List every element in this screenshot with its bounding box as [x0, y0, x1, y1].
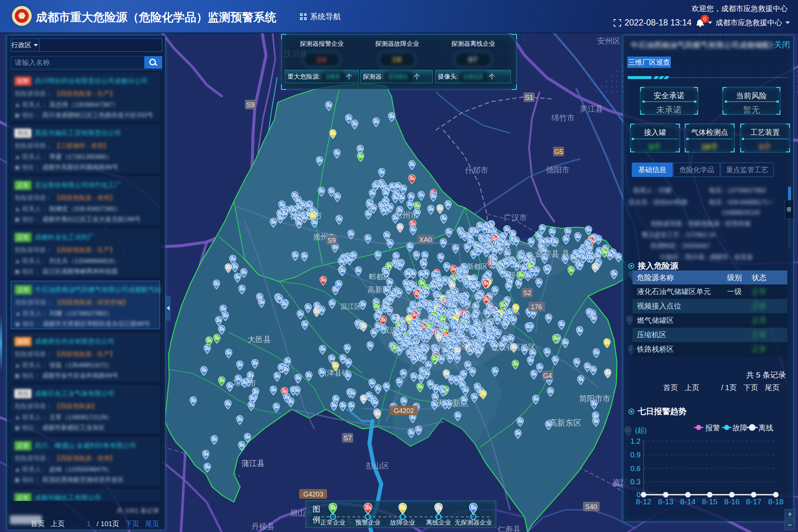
svg-text:新都区: 新都区 — [467, 263, 488, 270]
svg-text:仁寿县: 仁寿县 — [498, 525, 521, 532]
svg-text:丹棱县: 丹棱县 — [252, 522, 275, 531]
svg-text:8-14: 8-14 — [680, 497, 696, 506]
svg-text:S40: S40 — [585, 503, 597, 511]
svg-text:G4203: G4203 — [303, 491, 323, 498]
svg-text:蒲江县: 蒲江县 — [242, 459, 265, 467]
svg-text:绵竹市: 绵竹市 — [552, 113, 575, 122]
svg-text:温江区: 温江区 — [341, 303, 362, 310]
svg-text:0.6: 0.6 — [630, 464, 641, 473]
svg-text:S2: S2 — [523, 289, 531, 297]
svg-text:8-18: 8-18 — [768, 497, 784, 506]
svg-text:(起): (起) — [635, 426, 647, 434]
svg-text:XA0: XA0 — [419, 236, 432, 243]
svg-text:S1: S1 — [525, 94, 533, 101]
svg-text:G5: G5 — [554, 148, 563, 156]
svg-text:S7: S7 — [344, 434, 352, 442]
svg-text:广汉市: 广汉市 — [504, 213, 527, 222]
svg-text:报警: 报警 — [705, 424, 720, 432]
svg-text:0.9: 0.9 — [630, 451, 641, 459]
svg-text:G4202: G4202 — [394, 407, 414, 415]
svg-text:大邑县: 大邑县 — [248, 335, 271, 344]
svg-text:罗江县: 罗江县 — [580, 105, 603, 113]
svg-text:1.2: 1.2 — [630, 437, 641, 445]
svg-text:0.3: 0.3 — [630, 478, 641, 486]
svg-text:离线: 离线 — [758, 424, 773, 432]
svg-text:安州区: 安州区 — [597, 37, 621, 45]
svg-text:8-17: 8-17 — [746, 497, 761, 506]
svg-text:德阳市: 德阳市 — [546, 166, 570, 174]
svg-text:彭山区: 彭山区 — [366, 461, 389, 470]
svg-text:高新东区: 高新东区 — [549, 418, 582, 427]
svg-text:什邡市: 什邡市 — [465, 166, 488, 174]
svg-text:8-15: 8-15 — [702, 497, 717, 506]
svg-text:S9: S9 — [328, 237, 336, 244]
svg-text:8-12: 8-12 — [636, 497, 651, 506]
svg-text:8-16: 8-16 — [724, 497, 740, 506]
svg-text:S9: S9 — [246, 101, 255, 109]
svg-text:G4: G4 — [543, 372, 552, 379]
svg-text:8-13: 8-13 — [658, 497, 673, 506]
svg-text:故障: 故障 — [733, 424, 747, 432]
svg-text:176: 176 — [531, 303, 542, 311]
